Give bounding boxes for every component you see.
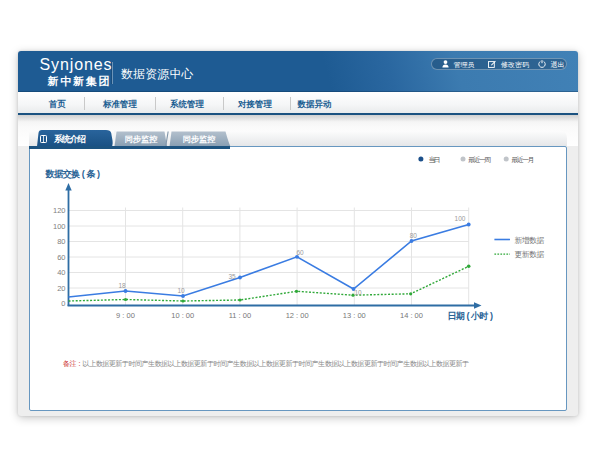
svg-text:60: 60 [296,249,304,256]
svg-text:10: 10 [177,286,185,293]
svg-text:14 : 00: 14 : 00 [400,311,423,320]
svg-text:新增数据: 新增数据 [514,236,544,245]
svg-text:35: 35 [228,272,236,279]
svg-text:系统介绍: 系统介绍 [53,134,86,144]
svg-text:同步监控: 同步监控 [183,134,216,144]
svg-text:18: 18 [118,281,126,288]
svg-text:最近一月: 最近一月 [511,155,534,163]
svg-text:最近一周: 最近一周 [468,155,491,162]
svg-text:更新数据: 更新数据 [514,250,544,259]
svg-text:11 : 00: 11 : 00 [229,311,251,320]
svg-text:80: 80 [410,231,418,238]
svg-text:60: 60 [57,252,65,261]
svg-text:12 : 00: 12 : 00 [286,311,309,320]
svg-text:40: 40 [57,268,65,277]
svg-text:同步监控: 同步监控 [125,134,158,144]
svg-text:20: 20 [57,283,65,292]
svg-text:0: 0 [61,299,65,308]
svg-text:100: 100 [53,221,66,230]
svg-text:13 : 00: 13 : 00 [343,311,366,320]
svg-text:10 : 00: 10 : 00 [171,311,194,320]
svg-text:备注：以上数据更新于时间产生数据以上数据更新于时间产生数据以: 备注：以上数据更新于时间产生数据以上数据更新于时间产生数据以上数据更新于时间产生… [63,358,469,367]
svg-text:120: 120 [53,206,66,215]
svg-text:当日: 当日 [429,155,441,163]
svg-text:10: 10 [354,288,362,295]
svg-text:9 : 00: 9 : 00 [116,311,135,320]
svg-text:100: 100 [455,215,466,222]
svg-text:数据交换 ( 条 ): 数据交换 ( 条 ) [45,169,101,179]
svg-text:80: 80 [57,237,65,246]
svg-text:日期 ( 小时 ): 日期 ( 小时 ) [448,311,494,321]
